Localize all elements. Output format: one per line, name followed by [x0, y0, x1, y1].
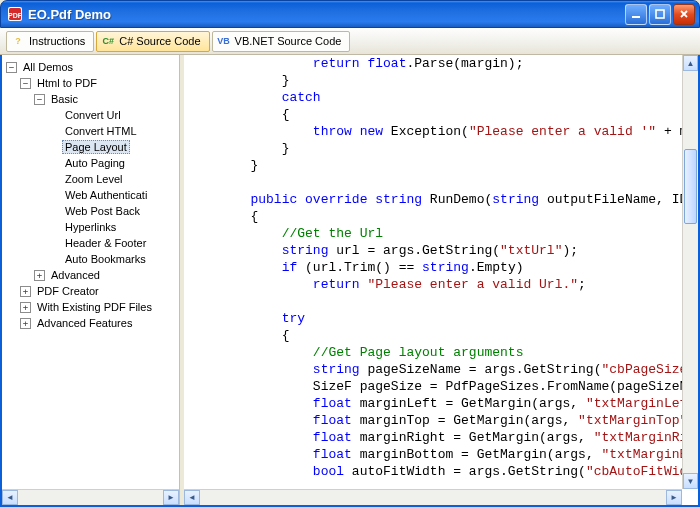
tree-node-label: All Demos	[20, 61, 76, 73]
tree-node-label: Convert HTML	[62, 125, 140, 137]
vb-icon: VB	[217, 34, 231, 48]
tree-leaf-indent	[48, 238, 59, 249]
tree-node[interactable]: +Advanced Features	[20, 315, 179, 331]
tree-leaf-indent	[48, 254, 59, 265]
expand-icon[interactable]: +	[34, 270, 45, 281]
minimize-button[interactable]	[625, 4, 647, 25]
tree-node-label: Header & Footer	[62, 237, 149, 249]
csharp-icon: C#	[101, 34, 115, 48]
tree-node-label: Basic	[48, 93, 81, 105]
tree-panel: −All Demos−Html to PDF−BasicConvert UrlC…	[2, 55, 180, 505]
expand-icon[interactable]: +	[20, 286, 31, 297]
close-button[interactable]	[673, 4, 695, 25]
tree-node[interactable]: +Advanced	[34, 267, 179, 283]
tree-node[interactable]: −Html to PDF	[20, 75, 179, 91]
tree-node[interactable]: +With Existing PDF Files	[20, 299, 179, 315]
app-icon: PDF	[7, 6, 23, 22]
tree-node-label: Auto Bookmarks	[62, 253, 149, 265]
scroll-down-icon[interactable]: ▼	[683, 473, 698, 489]
tree-node-label: Advanced	[48, 269, 103, 281]
tree-node[interactable]: Hyperlinks	[48, 219, 179, 235]
tree-node[interactable]: +PDF Creator	[20, 283, 179, 299]
scroll-thumb[interactable]	[684, 149, 697, 224]
tree-node[interactable]: Convert HTML	[48, 123, 179, 139]
svg-text:PDF: PDF	[8, 12, 23, 19]
expand-icon[interactable]: +	[20, 302, 31, 313]
maximize-button[interactable]	[649, 4, 671, 25]
tree-node-label: Zoom Level	[62, 173, 125, 185]
scroll-left-icon[interactable]: ◄	[184, 490, 200, 505]
scroll-right-icon[interactable]: ►	[666, 490, 682, 505]
tab-vb-net-source-code[interactable]: VBVB.NET Source Code	[212, 31, 351, 52]
tree-node-label: Page Layout	[62, 140, 130, 154]
tree-node[interactable]: Page Layout	[48, 139, 179, 155]
tree-leaf-indent	[48, 190, 59, 201]
tree-node-label: Html to PDF	[34, 77, 100, 89]
tree-node-label: Convert Url	[62, 109, 124, 121]
tree-node-label: Web Authenticati	[62, 189, 150, 201]
source-code-view[interactable]: return float.Parse(margin); } catch { th…	[184, 55, 698, 505]
tab-c-source-code[interactable]: C#C# Source Code	[96, 31, 209, 52]
tree-leaf-indent	[48, 142, 59, 153]
collapse-icon[interactable]: −	[20, 78, 31, 89]
scroll-right-icon[interactable]: ►	[163, 490, 179, 505]
scroll-track[interactable]	[683, 71, 698, 473]
tab-bar: ?InstructionsC#C# Source CodeVBVB.NET So…	[0, 28, 700, 55]
tree-leaf-indent	[48, 222, 59, 233]
tree-node-root[interactable]: −All Demos	[6, 59, 179, 75]
tab-label: C# Source Code	[119, 35, 200, 47]
code-panel: return float.Parse(margin); } catch { th…	[184, 55, 698, 505]
scroll-up-icon[interactable]: ▲	[683, 55, 698, 71]
window-titlebar[interactable]: PDF EO.Pdf Demo	[0, 0, 700, 28]
svg-rect-4	[656, 10, 664, 18]
tree-node[interactable]: Header & Footer	[48, 235, 179, 251]
tree-node-label: Hyperlinks	[62, 221, 119, 233]
tree-leaf-indent	[48, 206, 59, 217]
tree-node[interactable]: Auto Paging	[48, 155, 179, 171]
tree-node-label: PDF Creator	[34, 285, 102, 297]
tree-node[interactable]: −Basic	[34, 91, 179, 107]
code-vertical-scrollbar[interactable]: ▲ ▼	[682, 55, 698, 489]
scroll-left-icon[interactable]: ◄	[2, 490, 18, 505]
tree-node-label: Auto Paging	[62, 157, 128, 169]
svg-rect-3	[632, 16, 640, 18]
tree-leaf-indent	[48, 110, 59, 121]
tree-leaf-indent	[48, 126, 59, 137]
tree-node-label: Advanced Features	[34, 317, 135, 329]
code-horizontal-scrollbar[interactable]: ◄ ►	[184, 489, 682, 505]
tree-leaf-indent	[48, 174, 59, 185]
tab-label: Instructions	[29, 35, 85, 47]
tree-leaf-indent	[48, 158, 59, 169]
window-title: EO.Pdf Demo	[28, 7, 625, 22]
?-icon: ?	[11, 34, 25, 48]
tree-node[interactable]: Convert Url	[48, 107, 179, 123]
tree-node[interactable]: Auto Bookmarks	[48, 251, 179, 267]
tree-view[interactable]: −All Demos−Html to PDF−BasicConvert UrlC…	[2, 55, 179, 489]
collapse-icon[interactable]: −	[34, 94, 45, 105]
tree-horizontal-scrollbar[interactable]: ◄ ►	[2, 489, 179, 505]
tab-label: VB.NET Source Code	[235, 35, 342, 47]
collapse-icon[interactable]: −	[6, 62, 17, 73]
tree-node-label: With Existing PDF Files	[34, 301, 155, 313]
tab-instructions[interactable]: ?Instructions	[6, 31, 94, 52]
tree-node[interactable]: Web Post Back	[48, 203, 179, 219]
tree-node[interactable]: Zoom Level	[48, 171, 179, 187]
tree-node-label: Web Post Back	[62, 205, 143, 217]
expand-icon[interactable]: +	[20, 318, 31, 329]
tree-node[interactable]: Web Authenticati	[48, 187, 179, 203]
